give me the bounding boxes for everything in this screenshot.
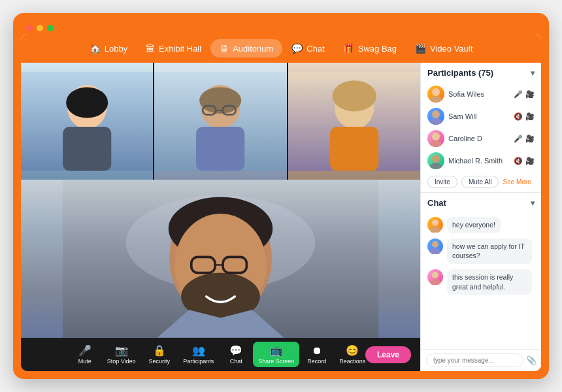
share-screen-label: Share Screen (258, 358, 294, 365)
svg-rect-10 (196, 127, 244, 171)
leave-button[interactable]: Leave (365, 346, 411, 363)
nav-item-auditorium[interactable]: 🖥 Auditorium (210, 39, 282, 57)
participants-header: Participants (75) ▾ (421, 63, 541, 83)
svg-point-30 (432, 155, 440, 163)
mic-muted-icon: 🔇 (514, 112, 523, 121)
close-button[interactable] (26, 25, 33, 31)
video-top-row (21, 63, 420, 180)
attach-icon[interactable]: 📎 (526, 355, 537, 365)
participant-controls: 🔇 🎥 (514, 157, 535, 165)
maximize-button[interactable] (47, 25, 54, 31)
traffic-lights (26, 25, 54, 31)
participant-row: Sam Will 🔇 🎥 (421, 105, 541, 127)
mute-label: Mute (78, 358, 91, 365)
chat-bubble: how we can apply for IT courses? (447, 238, 532, 264)
record-button[interactable]: ⏺ Record (302, 342, 331, 367)
nav-item-exhibit-hall[interactable]: 🏛 Exhibit Hall (137, 39, 210, 57)
video-main[interactable] (21, 180, 420, 338)
chevron-down-icon[interactable]: ▾ (531, 69, 535, 78)
svg-point-27 (430, 118, 442, 125)
app-window: 🏠 Lobby 🏛 Exhibit Hall 🖥 Auditorium 💬 Ch… (21, 34, 541, 371)
cam-icon: 🎥 (525, 135, 535, 143)
svg-point-35 (430, 248, 440, 254)
nav-item-swag-bag[interactable]: 🎁 Swag Bag (334, 39, 406, 57)
video-thumb-2[interactable] (154, 63, 286, 180)
reactions-label: Reactions (339, 358, 365, 365)
participant-controls: 🔇 🎥 (514, 112, 535, 121)
mute-button[interactable]: 🎤 Mute (71, 342, 99, 367)
mic-active-icon: 🎤 (514, 90, 523, 99)
nav-label-swag: Swag Bag (358, 44, 397, 54)
main-content: 🎤 Mute 📷 Stop Video 🔒 Security 👥 Partici… (21, 63, 541, 371)
chevron-down-icon[interactable]: ▾ (531, 199, 535, 208)
chat-bubble: this session is really great and helpful… (447, 269, 532, 295)
stop-video-button[interactable]: 📷 Stop Video (102, 342, 141, 367)
nav-item-lobby[interactable]: 🏠 Lobby (80, 39, 137, 57)
participants-label: Participants (183, 358, 214, 365)
chat-title: Chat (427, 198, 446, 208)
send-button[interactable]: ➤ (539, 355, 541, 367)
record-label: Record (307, 358, 326, 365)
nav-label-chat: Chat (306, 44, 324, 54)
mic-muted-icon: 🔇 (514, 157, 523, 165)
chat-button[interactable]: 💬 Chat (222, 342, 250, 367)
exhibit-icon: 🏛 (146, 43, 155, 54)
see-more-button[interactable]: See More (503, 178, 531, 186)
participant-row: Sofia Wiles 🎤 🎥 (421, 83, 541, 105)
security-label: Security (149, 358, 171, 365)
chat-messages: hey everyone! how we can apply for IT co… (421, 213, 541, 349)
avatar (427, 108, 444, 125)
stop-video-label: Stop Video (107, 358, 136, 365)
svg-point-29 (430, 140, 442, 147)
nav-item-chat[interactable]: 💬 Chat (282, 39, 333, 57)
video-toolbar: 🎤 Mute 📷 Stop Video 🔒 Security 👥 Partici… (21, 338, 420, 371)
chat-input[interactable] (426, 353, 523, 367)
svg-point-28 (432, 133, 440, 140)
video-thumb-3[interactable] (288, 63, 420, 180)
participant-row: Michael R. Smith 🔇 🎥 (421, 150, 541, 172)
mic-icon: 🎤 (78, 344, 91, 357)
participant-name: Michael R. Smith (448, 157, 510, 165)
chat-avatar (427, 217, 443, 233)
people-icon: 👥 (192, 344, 205, 357)
svg-point-2 (66, 87, 108, 118)
lock-icon: 🔒 (153, 344, 166, 357)
swag-icon: 🎁 (343, 43, 354, 54)
svg-point-32 (432, 220, 438, 226)
mute-all-button[interactable]: Mute All (461, 176, 499, 188)
video-thumb-1[interactable] (21, 63, 153, 180)
participant-name: Sam Will (448, 112, 510, 120)
chat-section: Chat ▾ hey everyone! (421, 193, 541, 371)
chat-icon: 💬 (291, 43, 303, 54)
security-button[interactable]: 🔒 Security (144, 342, 176, 367)
video-vault-icon: 🎬 (415, 43, 426, 54)
chat-avatar (427, 238, 443, 254)
share-screen-button[interactable]: 📺 Share Screen (253, 342, 299, 367)
outer-frame: 🏠 Lobby 🏛 Exhibit Hall 🖥 Auditorium 💬 Ch… (13, 13, 549, 379)
minimize-button[interactable] (37, 25, 43, 31)
participant-controls: 🎤 🎥 (514, 135, 535, 143)
svg-point-33 (430, 227, 440, 233)
participants-section: Participants (75) ▾ Sofia Wiles 🎤 🎥 (421, 63, 541, 193)
cam-icon: 🎥 (525, 90, 535, 99)
participants-button[interactable]: 👥 Participants (178, 342, 219, 367)
participant-name: Sofia Wiles (448, 90, 510, 98)
record-icon: ⏺ (312, 345, 322, 357)
emoji-icon: 😊 (346, 344, 359, 357)
svg-point-36 (432, 272, 438, 278)
chat-input-row: 📎 ➤ (421, 349, 541, 371)
auditorium-icon: 🖥 (220, 43, 229, 54)
cam-icon: 🎥 (525, 112, 535, 121)
chat-message: how we can apply for IT courses? (427, 238, 535, 264)
svg-point-31 (430, 163, 442, 169)
nav-item-video-vault[interactable]: 🎬 Video Vault (406, 39, 482, 57)
avatar (427, 130, 444, 147)
chat-bubble: hey everyone! (447, 217, 501, 233)
participant-name: Caroline D (448, 135, 510, 142)
chat-message: hey everyone! (427, 217, 535, 233)
svg-point-34 (432, 241, 438, 248)
screen-icon: 📺 (270, 344, 283, 357)
invite-button[interactable]: Invite (427, 176, 457, 188)
chat-avatar (427, 269, 443, 285)
panel-actions: Invite Mute All See More (421, 172, 541, 192)
